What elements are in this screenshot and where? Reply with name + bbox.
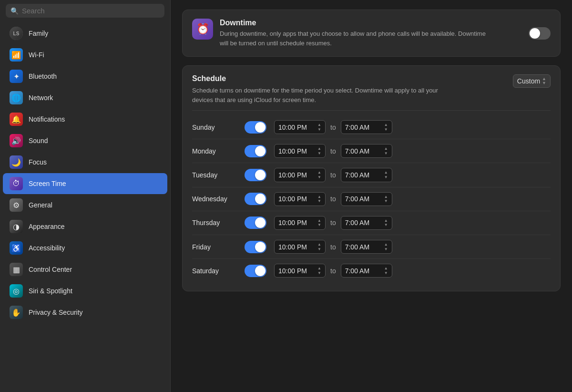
from-time-wednesday[interactable]: 10:00 PM ▲ ▼: [274, 192, 326, 206]
downtime-card: ⏰ Downtime During downtime, only apps th…: [182, 10, 561, 57]
from-time-value: 10:00 PM: [278, 219, 316, 227]
sidebar-item-label: Accessibility: [29, 244, 65, 252]
time-stepper-from[interactable]: ▲ ▼: [317, 195, 321, 204]
time-stepper-to[interactable]: ▲ ▼: [384, 123, 388, 132]
time-stepper-to[interactable]: ▲ ▼: [384, 266, 388, 275]
sidebar-item-bluetooth[interactable]: ✦ Bluetooth: [3, 66, 167, 87]
sidebar: 🔍 LS Family 📶 Wi-Fi ✦ Bluetooth: [0, 0, 171, 392]
sidebar-item-notifications[interactable]: 🔔 Notifications: [3, 109, 167, 130]
sidebar-item-label: General: [29, 201, 52, 209]
sidebar-item-label: Appearance: [29, 223, 65, 230]
schedule-dropdown[interactable]: Custom ▲ ▼: [513, 74, 551, 88]
day-toggle-wednesday[interactable]: [245, 193, 266, 205]
sidebar-item-privacy[interactable]: ✋ Privacy & Security: [3, 302, 167, 323]
day-row: Monday 10:00 PM ▲ ▼ to 7:00 AM ▲ ▼: [192, 139, 551, 163]
sidebar-item-label: Screen Time: [29, 180, 66, 187]
time-stepper-to[interactable]: ▲ ▼: [384, 218, 388, 227]
sidebar-icon-notifications: 🔔: [10, 113, 23, 126]
time-stepper-from[interactable]: ▲ ▼: [317, 266, 321, 275]
from-time-friday[interactable]: 10:00 PM ▲ ▼: [274, 240, 326, 254]
day-toggle-sunday[interactable]: [245, 121, 266, 134]
time-stepper-from[interactable]: ▲ ▼: [317, 146, 321, 155]
sidebar-icon-accessibility: ♿: [10, 241, 23, 255]
time-stepper-to[interactable]: ▲ ▼: [384, 242, 388, 251]
sidebar-item-label: Sound: [29, 137, 48, 144]
sidebar-item-sound[interactable]: 🔊 Sound: [3, 130, 167, 151]
sidebar-item-appearance[interactable]: ◑ Appearance: [3, 216, 167, 237]
time-stepper-to[interactable]: ▲ ▼: [384, 146, 388, 155]
to-time-tuesday[interactable]: 7:00 AM ▲ ▼: [341, 168, 392, 182]
sidebar-item-network[interactable]: 🌐 Network: [3, 87, 167, 108]
sidebar-icon-general: ⚙: [10, 198, 23, 212]
to-time-saturday[interactable]: 7:00 AM ▲ ▼: [341, 264, 392, 278]
time-stepper-to[interactable]: ▲ ▼: [384, 195, 388, 204]
sidebar-icon-screentime: ⏱: [10, 177, 23, 190]
to-label: to: [330, 243, 336, 251]
to-time-wednesday[interactable]: 7:00 AM ▲ ▼: [341, 192, 392, 206]
day-toggle-monday[interactable]: [245, 145, 266, 157]
day-row: Friday 10:00 PM ▲ ▼ to 7:00 AM ▲ ▼: [192, 235, 551, 259]
to-time-sunday[interactable]: 7:00 AM ▲ ▼: [341, 120, 392, 134]
to-label: to: [330, 147, 336, 155]
sidebar-item-screentime[interactable]: ⏱ Screen Time: [3, 173, 167, 194]
sidebar-item-family[interactable]: LS Family: [3, 23, 167, 44]
to-label: to: [330, 124, 336, 131]
sidebar-icon-controlcenter: ▦: [10, 263, 23, 276]
time-stepper-from[interactable]: ▲ ▼: [317, 242, 321, 251]
time-stepper-from[interactable]: ▲ ▼: [317, 170, 321, 179]
sidebar-icon-bluetooth: ✦: [10, 70, 23, 83]
day-row: Wednesday 10:00 PM ▲ ▼ to 7:00 AM ▲ ▼: [192, 187, 551, 211]
to-label: to: [330, 195, 336, 203]
from-time-value: 10:00 PM: [278, 124, 316, 131]
sidebar-item-accessibility[interactable]: ♿ Accessibility: [3, 237, 167, 258]
from-time-tuesday[interactable]: 10:00 PM ▲ ▼: [274, 168, 326, 182]
from-time-value: 10:00 PM: [278, 195, 316, 203]
search-bar[interactable]: 🔍: [6, 4, 164, 18]
search-icon: 🔍: [10, 7, 19, 15]
time-stepper-to[interactable]: ▲ ▼: [384, 170, 388, 179]
time-stepper-from[interactable]: ▲ ▼: [317, 123, 321, 132]
chevron-updown-icon: ▲ ▼: [542, 77, 546, 85]
day-label: Friday: [192, 243, 245, 251]
day-label: Wednesday: [192, 195, 245, 203]
sidebar-item-wifi[interactable]: 📶 Wi-Fi: [3, 44, 167, 65]
sidebar-item-label: Wi-Fi: [29, 51, 44, 59]
day-toggle-friday[interactable]: [245, 241, 266, 253]
sidebar-item-label: Family: [29, 30, 48, 37]
to-time-value: 7:00 AM: [345, 267, 382, 275]
from-time-value: 10:00 PM: [278, 147, 316, 155]
sidebar-item-label: Privacy & Security: [29, 309, 83, 316]
downtime-toggle[interactable]: [529, 27, 551, 40]
sidebar-icon-privacy: ✋: [10, 306, 23, 319]
from-time-saturday[interactable]: 10:00 PM ▲ ▼: [274, 264, 326, 278]
sidebar-icon-network: 🌐: [10, 91, 23, 104]
family-avatar: LS: [10, 27, 23, 40]
from-time-sunday[interactable]: 10:00 PM ▲ ▼: [274, 120, 326, 134]
sidebar-item-focus[interactable]: 🌙 Focus: [3, 152, 167, 173]
from-time-thursday[interactable]: 10:00 PM ▲ ▼: [274, 216, 326, 230]
day-toggle-thursday[interactable]: [245, 217, 266, 229]
time-stepper-from[interactable]: ▲ ▼: [317, 218, 321, 227]
sidebar-item-general[interactable]: ⚙ General: [3, 195, 167, 216]
day-row: Thursday 10:00 PM ▲ ▼ to 7:00 AM ▲ ▼: [192, 211, 551, 235]
sidebar-icon-sound: 🔊: [10, 134, 23, 147]
sidebar-item-label: Siri & Spotlight: [29, 287, 72, 295]
sidebar-item-controlcenter[interactable]: ▦ Control Center: [3, 259, 167, 280]
day-row: Sunday 10:00 PM ▲ ▼ to 7:00 AM ▲ ▼: [192, 115, 551, 139]
sidebar-item-siri[interactable]: ◎ Siri & Spotlight: [3, 280, 167, 301]
from-time-value: 10:00 PM: [278, 243, 316, 251]
to-time-thursday[interactable]: 7:00 AM ▲ ▼: [341, 216, 392, 230]
to-time-value: 7:00 AM: [345, 147, 382, 155]
day-toggle-saturday[interactable]: [245, 265, 266, 277]
sidebar-icon-siri: ◎: [10, 284, 23, 298]
day-label: Saturday: [192, 267, 245, 275]
to-time-monday[interactable]: 7:00 AM ▲ ▼: [341, 144, 392, 158]
to-time-friday[interactable]: 7:00 AM ▲ ▼: [341, 240, 392, 254]
from-time-monday[interactable]: 10:00 PM ▲ ▼: [274, 144, 326, 158]
search-input[interactable]: [22, 7, 160, 15]
downtime-description: During downtime, only apps that you choo…: [220, 29, 487, 48]
day-toggle-tuesday[interactable]: [245, 169, 266, 181]
sidebar-icon-wifi: 📶: [10, 48, 23, 62]
to-label: to: [330, 267, 336, 275]
sidebar-icon-focus: 🌙: [10, 155, 23, 169]
